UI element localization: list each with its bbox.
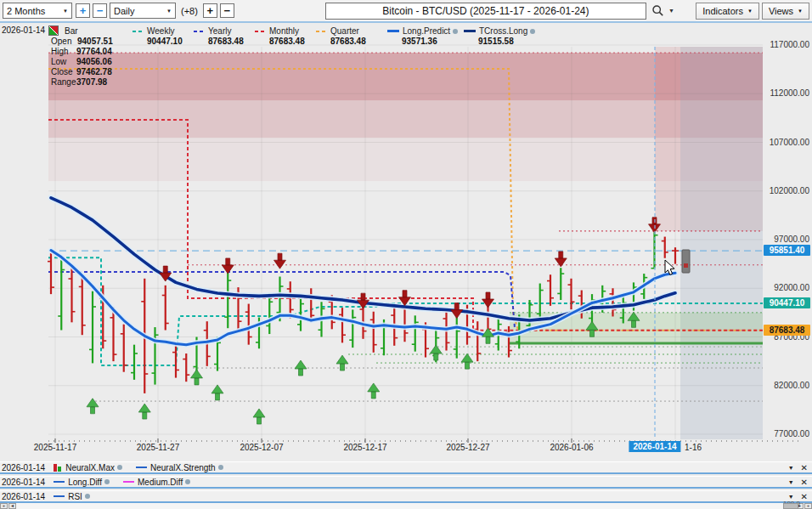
legend-item-monthly: Monthly: [255, 26, 299, 36]
bottom-scroll-strip: + ◂ + ▸: [0, 503, 812, 509]
scroll-left-button[interactable]: ◂: [8, 503, 16, 509]
selected-date-badge[interactable]: 2026-01-14: [629, 441, 680, 452]
indicators-button-label: Indicators: [702, 6, 743, 16]
search-dropdown-icon[interactable]: ▼: [668, 8, 674, 14]
range-decrease-button[interactable]: −: [93, 3, 107, 18]
symbol-title-input[interactable]: Bitcoin - BTC/USD (2025-11-17 - 2026-01-…: [325, 3, 646, 20]
panel-series-neuralx.strength: NeuralX.Strength: [136, 463, 223, 472]
x-axis-label: 2025-12-17: [343, 443, 386, 452]
legend-date: 2026-01-14: [2, 25, 45, 35]
neuralx-bars-icon: [54, 464, 62, 472]
bar-series-icon: [48, 25, 59, 36]
series-line-icon: [136, 467, 147, 468]
chart-plot-area[interactable]: [0, 23, 812, 459]
chevron-down-icon: ▼: [63, 8, 68, 14]
info-dot-icon[interactable]: [85, 494, 90, 499]
series-line-icon: [54, 481, 65, 483]
info-dot-icon[interactable]: [218, 465, 223, 470]
info-dot-icon[interactable]: [530, 29, 535, 34]
x-axis-label: 2025-11-27: [137, 443, 179, 452]
legend-swatch-tcross.long: [464, 30, 476, 32]
views-button[interactable]: Views ▼: [762, 3, 809, 20]
info-dot-icon[interactable]: [185, 479, 190, 484]
panel-close-icon[interactable]: ✕: [801, 463, 808, 472]
legend-value-long.predict: 93571.36: [402, 37, 437, 46]
scroll-plus-button[interactable]: +: [804, 503, 812, 509]
indicator-panel-1: 2026-01-14Long.DiffMedium.Diff▼✕: [0, 476, 812, 489]
legend-value-yearly: 87683.48: [208, 37, 244, 46]
legend-swatch-monthly: [255, 31, 266, 32]
panel-expand-icon[interactable]: ▼: [788, 465, 794, 471]
ohlc-high: High97764.04: [51, 47, 69, 56]
y-axis-label: 82000.00: [762, 381, 809, 390]
panel-close-icon[interactable]: ✕: [801, 478, 808, 487]
price-badge: 87683.48: [764, 325, 810, 336]
legend-item-quarter: Quarter: [316, 26, 359, 36]
ohlc-range: Range3707.98: [51, 77, 76, 87]
ohlc-close: Close97462.78: [51, 67, 73, 76]
legend-item-tcross.long: TCross.Long: [464, 26, 535, 36]
panel-series-rsi: RSI: [54, 492, 90, 501]
y-axis-label: 102000.00: [762, 186, 809, 195]
search-icon[interactable]: [651, 4, 664, 17]
chevron-down-icon: ▼: [747, 8, 753, 14]
legend-swatch-yearly: [194, 31, 205, 32]
interval-select-value: Daily: [114, 6, 134, 16]
panel-series-long.diff: Long.Diff: [54, 478, 110, 487]
ohlc-low: Low94056.06: [51, 57, 66, 66]
price-badge: 90447.10: [764, 297, 810, 308]
legend-value-quarter: 87683.48: [330, 37, 366, 46]
range-select[interactable]: 2 Months ▼: [3, 3, 72, 19]
panel-date: 2026-01-14: [2, 492, 45, 501]
chevron-down-icon: ▼: [166, 8, 172, 14]
legend-value-tcross.long: 91515.58: [478, 37, 514, 46]
panel-close-icon[interactable]: ✕: [801, 492, 808, 501]
panel-date: 2026-01-14: [2, 478, 45, 487]
range-select-value: 2 Months: [7, 6, 45, 16]
x-axis-label: 2025-12-27: [446, 443, 489, 452]
indicators-button[interactable]: Indicators ▼: [696, 3, 759, 20]
y-axis-label: 92000.00: [762, 283, 809, 292]
panel-expand-icon[interactable]: ▼: [788, 479, 794, 485]
y-axis-label: 117000.00: [762, 40, 809, 49]
indicator-panel-2: 2026-01-14RSI▼✕: [0, 490, 812, 503]
info-dot-icon[interactable]: [104, 479, 110, 484]
legend-value-monthly: 87683.48: [269, 37, 305, 46]
legend-swatch-weekly: [133, 31, 144, 32]
info-dot-icon[interactable]: [453, 29, 458, 34]
offset-increase-button[interactable]: +: [203, 3, 217, 18]
interval-select[interactable]: Daily ▼: [110, 3, 176, 19]
toolbar: 2 Months ▼ + − Daily ▼ (+8) + − Bitcoin …: [0, 0, 812, 23]
x-axis-label: 2025-11-17: [34, 443, 76, 452]
legend-value-weekly: 90447.10: [147, 37, 183, 46]
legend-swatch-quarter: [316, 31, 327, 32]
panel-series-medium.diff: Medium.Diff: [123, 478, 190, 487]
price-badge: 95851.40: [764, 245, 810, 256]
y-axis-label: 107000.00: [762, 138, 809, 147]
range-increase-button[interactable]: +: [76, 3, 90, 18]
info-dot-icon[interactable]: [117, 465, 122, 470]
series-line-icon: [54, 495, 65, 497]
open-row: Open94057.51: [51, 37, 71, 46]
offset-decrease-button[interactable]: −: [220, 3, 234, 18]
y-axis-label: 97000.00: [762, 235, 809, 244]
panel-expand-icon[interactable]: ▼: [788, 494, 794, 500]
legend-item-long.predict: Long.Predict: [387, 26, 458, 36]
x-axis-label: 2025-12-07: [240, 443, 283, 452]
x-axis-label: 2026-01-06: [550, 443, 593, 452]
legend-item-yearly: Yearly: [194, 26, 231, 36]
legend-swatch-long.predict: [387, 30, 399, 32]
chevron-down-icon: ▼: [798, 8, 803, 14]
bar-series-label: Bar: [65, 26, 78, 36]
offset-label: (+8): [181, 6, 198, 16]
x-axis-label-partial: 1-16: [685, 443, 702, 452]
panel-series-neuralx.max: NeuralX.Max: [54, 463, 122, 472]
scrollbar-thumb[interactable]: [783, 503, 798, 509]
panel-date: 2026-01-14: [2, 463, 45, 472]
series-line-icon: [123, 481, 134, 483]
y-axis-label: 112000.00: [762, 88, 809, 98]
views-button-label: Views: [769, 6, 793, 16]
zoom-in-button[interactable]: +: [0, 503, 8, 509]
legend-item-weekly: Weekly: [133, 26, 175, 36]
y-axis-label: 77000.00: [762, 429, 809, 438]
